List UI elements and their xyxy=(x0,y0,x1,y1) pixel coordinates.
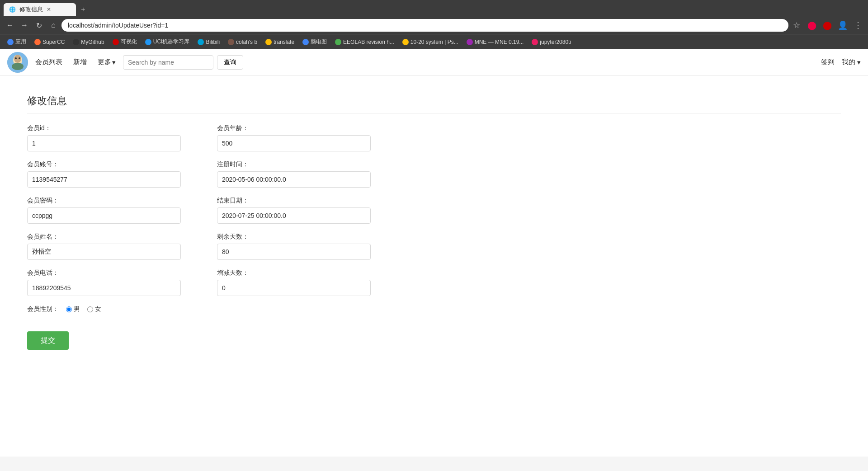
bookmark-apps[interactable]: 应用 xyxy=(4,37,30,47)
new-tab-btn[interactable]: + xyxy=(78,4,89,15)
search-area: 查询 xyxy=(123,55,243,70)
register-time-input[interactable] xyxy=(217,171,371,188)
add-days-group: 增减天数： xyxy=(217,269,371,296)
member-account-label: 会员账号： xyxy=(27,160,181,169)
gender-female-label: 女 xyxy=(95,305,101,313)
menu-icon[interactable]: ⋮ xyxy=(852,19,864,32)
form-row-3: 会员密码： 结束日期： xyxy=(27,197,434,224)
member-password-input[interactable] xyxy=(27,207,181,224)
member-password-group: 会员密码： xyxy=(27,197,181,224)
bookmark-brain-label: 脑电图 xyxy=(311,38,327,46)
forward-btn[interactable]: → xyxy=(18,19,31,32)
address-bar[interactable] xyxy=(61,19,788,32)
bookmark-mygithub[interactable]: MyGithub xyxy=(69,38,108,46)
gender-male-option[interactable]: 男 xyxy=(66,305,80,313)
tab-close-btn[interactable]: ✕ xyxy=(47,6,51,13)
bookmark-visualize-label: 可视化 xyxy=(121,38,137,46)
register-time-group: 注册时间： xyxy=(217,160,371,188)
add-days-input[interactable] xyxy=(217,280,371,296)
gender-male-label: 男 xyxy=(74,305,80,313)
end-date-label: 结束日期： xyxy=(217,197,371,205)
nav-add-new[interactable]: 新增 xyxy=(73,58,87,66)
gender-female-radio[interactable] xyxy=(87,306,93,312)
nav-more-btn[interactable]: 更多 ▾ xyxy=(98,58,116,66)
member-age-label: 会员年龄： xyxy=(217,124,371,132)
gender-label: 会员性别： xyxy=(27,305,59,313)
back-btn[interactable]: ← xyxy=(4,19,16,32)
search-btn[interactable]: 查询 xyxy=(217,55,243,70)
page-title: 修改信息 xyxy=(27,94,841,113)
end-date-input[interactable] xyxy=(217,207,371,224)
member-id-label: 会员id： xyxy=(27,124,181,132)
extension-icon-2[interactable]: ⬤ xyxy=(821,19,834,32)
bookmark-star-icon[interactable]: ☆ xyxy=(790,19,803,32)
bookmark-jupyter-label: jupyter2080ti xyxy=(540,39,571,45)
svg-point-3 xyxy=(12,63,24,70)
home-btn[interactable]: ⌂ xyxy=(47,19,60,32)
my-btn[interactable]: 我的 ▾ xyxy=(842,58,861,66)
member-age-group: 会员年龄： xyxy=(217,124,371,151)
bookmark-visualize[interactable]: 可视化 xyxy=(109,37,141,47)
bookmark-supercc[interactable]: SuperCC xyxy=(31,38,68,46)
remaining-days-input[interactable] xyxy=(217,244,371,260)
chevron-down-icon: ▾ xyxy=(112,58,116,66)
remaining-days-group: 剩余天数： xyxy=(217,233,371,260)
active-tab[interactable]: 🌐 修改信息 ✕ xyxy=(4,3,76,16)
submit-btn[interactable]: 提交 xyxy=(27,331,69,350)
member-name-group: 会员姓名： xyxy=(27,233,181,260)
bookmark-1020-label: 10-20 system | Ps... xyxy=(410,39,458,45)
tab-bar: 🌐 修改信息 ✕ + xyxy=(0,0,868,16)
update-form: 会员id： 会员年龄： 会员账号： 注册时间： 会员密码： xyxy=(27,124,434,350)
member-name-label: 会员姓名： xyxy=(27,233,181,241)
member-account-group: 会员账号： xyxy=(27,160,181,188)
member-password-label: 会员密码： xyxy=(27,197,181,205)
extension-icon-1[interactable]: ⬤ xyxy=(806,19,818,32)
member-name-input[interactable] xyxy=(27,244,181,260)
bookmark-uci[interactable]: UCI机器学习库 xyxy=(142,37,193,47)
bookmark-1020[interactable]: 10-20 system | Ps... xyxy=(399,38,462,46)
bookmark-jupyter[interactable]: jupyter2080ti xyxy=(528,38,575,46)
profile-icon[interactable]: 👤 xyxy=(836,19,849,32)
member-id-input[interactable] xyxy=(27,135,181,151)
my-chevron-icon: ▾ xyxy=(857,58,861,66)
gender-radio-group: 男 女 xyxy=(66,305,101,313)
nav-member-list[interactable]: 会员列表 xyxy=(35,58,62,66)
search-input[interactable] xyxy=(123,55,213,70)
member-phone-input[interactable] xyxy=(27,280,181,296)
bookmark-eeglab[interactable]: EEGLAB revision h... xyxy=(331,38,398,46)
bookmark-translate[interactable]: translate xyxy=(262,38,298,46)
bookmark-mygithub-label: MyGithub xyxy=(81,39,104,45)
bookmark-supercc-label: SuperCC xyxy=(42,39,65,45)
bookmark-bilibili-label: Bilibili xyxy=(206,39,220,45)
gender-female-option[interactable]: 女 xyxy=(87,305,101,313)
browser-action-icons: ☆ ⬤ ⬤ 👤 ⋮ xyxy=(790,19,864,32)
gender-row: 会员性别： 男 女 xyxy=(27,305,434,313)
member-account-input[interactable] xyxy=(27,171,181,188)
register-time-label: 注册时间： xyxy=(217,160,371,169)
bookmark-eeglab-label: EEGLAB revision h... xyxy=(343,39,394,45)
bookmark-brain[interactable]: 脑电图 xyxy=(299,37,330,47)
bookmark-uci-label: UCI机器学习库 xyxy=(153,38,190,46)
end-date-group: 结束日期： xyxy=(217,197,371,224)
main-nav: 会员列表 新增 更多 ▾ xyxy=(35,58,116,66)
bookmark-bilibili[interactable]: Bilibili xyxy=(194,38,223,46)
refresh-btn[interactable]: ↻ xyxy=(33,19,45,32)
svg-point-4 xyxy=(15,57,17,59)
browser-controls: ← → ↻ ⌂ ☆ ⬤ ⬤ 👤 ⋮ xyxy=(0,16,868,34)
bookmark-mne-label: MNE — MNE 0.19... xyxy=(475,39,524,45)
member-id-group: 会员id： xyxy=(27,124,181,151)
bookmark-colahs[interactable]: colah's b xyxy=(224,38,261,46)
app-header: 会员列表 新增 更多 ▾ 查询 签到 我的 ▾ xyxy=(0,49,868,76)
gender-male-radio[interactable] xyxy=(66,306,72,312)
form-row-4: 会员姓名： 剩余天数： xyxy=(27,233,434,260)
bookmark-colahs-label: colah's b xyxy=(236,39,257,45)
bookmark-mne[interactable]: MNE — MNE 0.19... xyxy=(463,38,528,46)
bookmark-translate-label: translate xyxy=(274,39,294,45)
bookmarks-bar: 应用 SuperCC MyGithub 可视化 UCI机器学习库 Bilibil… xyxy=(0,34,868,49)
browser-chrome: 🌐 修改信息 ✕ + ← → ↻ ⌂ ☆ ⬤ ⬤ 👤 ⋮ 应用 SuperCC xyxy=(0,0,868,49)
member-age-input[interactable] xyxy=(217,135,371,151)
signin-btn[interactable]: 签到 xyxy=(821,58,835,66)
app-logo xyxy=(7,52,28,73)
tab-title: 修改信息 xyxy=(19,5,43,14)
member-phone-group: 会员电话： xyxy=(27,269,181,296)
